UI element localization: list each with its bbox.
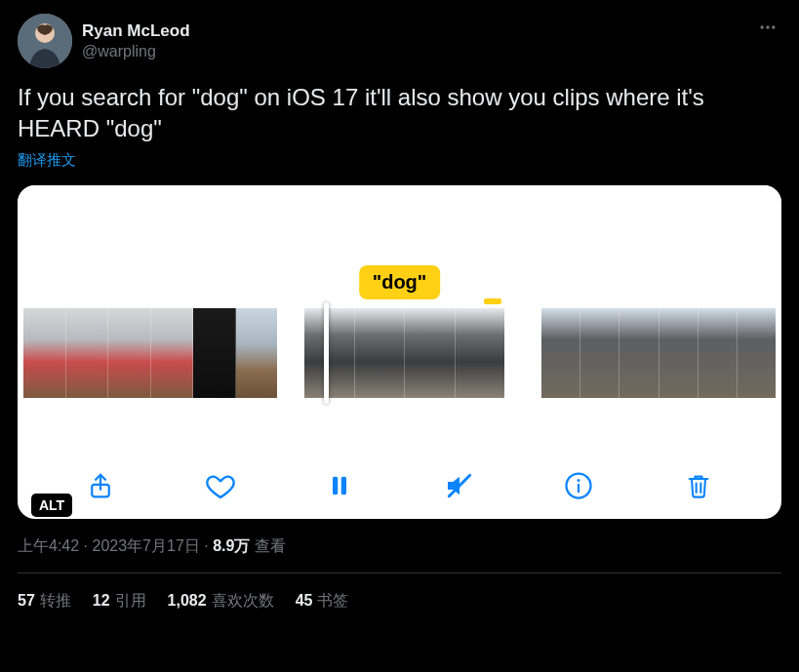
user-meta: Ryan McLeod @warpling — [82, 21, 190, 60]
thumbnail — [738, 308, 776, 398]
tweet-date[interactable]: 2023年7月17日 — [92, 537, 199, 554]
user-handle[interactable]: @warpling — [82, 42, 190, 60]
svg-point-4 — [772, 25, 775, 28]
thumbnail — [304, 308, 355, 398]
thumbnail — [405, 308, 456, 398]
thumbnail — [541, 308, 580, 398]
tweet-header: Ryan McLeod @warpling — [18, 14, 781, 68]
alt-badge[interactable]: ALT — [31, 494, 72, 517]
clip-group[interactable] — [541, 308, 776, 398]
tweet-container: Ryan McLeod @warpling If you search for … — [0, 0, 799, 625]
svg-point-2 — [761, 25, 764, 28]
bookmarks-stat[interactable]: 45书签 — [296, 591, 349, 612]
search-term-badge: "dog" — [359, 265, 441, 299]
svg-rect-7 — [341, 476, 346, 494]
thumbnail — [456, 308, 505, 398]
thumbnail — [66, 308, 109, 398]
media-toolbar — [18, 466, 781, 505]
thumbnail — [151, 308, 194, 398]
clip-group[interactable] — [23, 308, 277, 398]
thumbnail — [355, 308, 406, 398]
pause-icon[interactable] — [320, 466, 359, 505]
thumbnail — [659, 308, 699, 398]
thumbnail — [619, 308, 659, 398]
tweet-meta: 上午4:42 · 2023年7月17日 · 8.9万 查看 — [18, 536, 781, 557]
media-card[interactable]: "dog" — [18, 185, 781, 519]
svg-point-11 — [578, 479, 580, 482]
mute-icon[interactable] — [440, 466, 479, 505]
avatar[interactable] — [18, 14, 72, 68]
thumbnail — [699, 308, 738, 398]
likes-stat[interactable]: 1,082喜欢次数 — [168, 591, 274, 612]
display-name[interactable]: Ryan McLeod — [82, 21, 190, 41]
svg-point-3 — [766, 25, 769, 28]
more-options-icon[interactable] — [754, 14, 781, 45]
thumbnail — [23, 308, 66, 398]
svg-rect-6 — [333, 476, 338, 494]
stats-row: 57转推 12引用 1,082喜欢次数 45书签 — [18, 573, 781, 612]
trash-icon[interactable] — [679, 466, 718, 505]
thumbnail — [236, 308, 278, 398]
retweets-stat[interactable]: 57转推 — [18, 591, 71, 612]
tweet-time[interactable]: 上午4:42 — [18, 537, 79, 554]
thumbnail — [193, 308, 236, 398]
info-icon[interactable] — [559, 466, 598, 505]
share-icon[interactable] — [81, 466, 120, 505]
scrubber-handle[interactable] — [324, 302, 329, 404]
thumbnail — [580, 308, 619, 398]
heart-icon[interactable] — [201, 466, 240, 505]
views-label: 查看 — [250, 537, 285, 554]
tweet-text: If you search for "dog" on iOS 17 it'll … — [18, 82, 781, 145]
user-row[interactable]: Ryan McLeod @warpling — [18, 14, 190, 68]
quotes-stat[interactable]: 12引用 — [93, 591, 146, 612]
video-timeline[interactable] — [18, 308, 781, 398]
translate-link[interactable]: 翻译推文 — [18, 151, 781, 170]
thumbnail — [108, 308, 151, 398]
timeline-marker — [484, 298, 501, 304]
clip-group[interactable] — [304, 308, 504, 398]
views-count[interactable]: 8.9万 — [213, 537, 250, 554]
